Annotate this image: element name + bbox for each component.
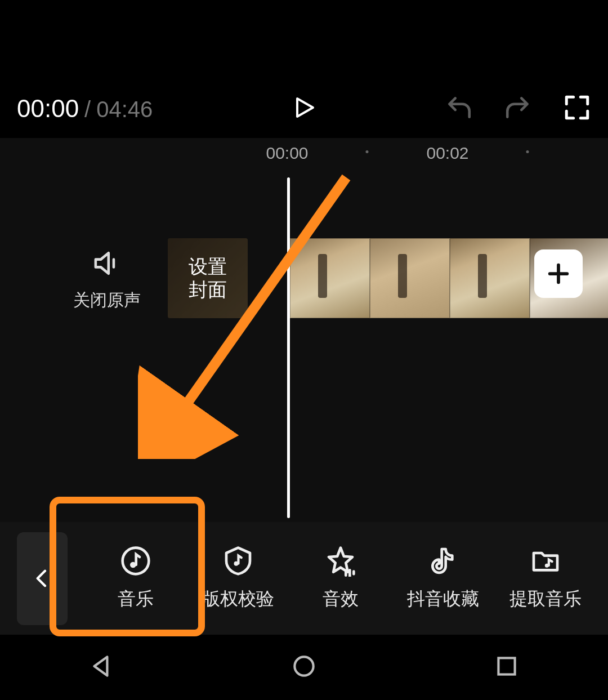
speaker-icon [92,248,123,279]
svg-rect-5 [498,658,515,674]
clip-frame [370,238,450,318]
folder-music-icon [530,545,561,577]
fullscreen-button[interactable] [563,93,591,124]
mute-original-sound-button[interactable]: 关闭原声 [73,248,141,312]
tool-sound-effects[interactable]: 音效 [303,545,379,612]
tool-label: 版权校验 [202,587,274,612]
svg-point-4 [294,657,313,675]
undo-icon [445,93,473,122]
time-display: 00:00 / 04:46 [17,95,153,123]
set-cover-button[interactable]: 设置 封面 [168,238,248,318]
play-icon [290,94,318,121]
timeline-ruler[interactable]: 00:00 00:02 [0,138,608,166]
tool-extract-music[interactable]: 提取音乐 [508,545,584,612]
play-button[interactable] [290,94,318,123]
clip-frame [290,238,370,318]
tool-music[interactable]: 音乐 [98,545,174,612]
ruler-dot [366,150,369,153]
ruler-tick-label: 00:00 [266,144,308,163]
circle-home-icon [290,652,318,680]
playhead[interactable] [287,177,290,518]
redo-icon [504,93,532,122]
fullscreen-icon [563,93,591,122]
plus-icon [546,261,571,287]
star-sound-icon [325,545,356,577]
system-home-button[interactable] [290,652,318,683]
clip-frame [450,238,530,318]
ruler-tick-label: 00:02 [426,144,468,163]
ruler-dot [526,150,529,153]
back-button[interactable] [17,532,68,625]
douyin-icon [427,545,459,577]
bottom-toolbar: 音乐 版权校验 音效 抖音收藏 提取音乐 [0,522,608,635]
system-back-button[interactable] [87,652,115,683]
music-note-icon [120,545,151,577]
player-control-bar: 00:00 / 04:46 [0,79,608,138]
undo-button[interactable] [445,93,473,124]
timeline-area[interactable]: 关闭原声 设置 封面 [0,166,608,522]
tool-label: 音乐 [118,587,154,612]
mute-original-label: 关闭原声 [73,289,141,312]
system-recents-button[interactable] [493,652,521,683]
system-navigation-bar [0,635,608,700]
shield-music-icon [222,545,254,577]
chevron-left-icon [31,567,53,590]
tool-douyin-favorites[interactable]: 抖音收藏 [405,545,481,612]
tool-label: 音效 [323,587,359,612]
tool-copyright-check[interactable]: 版权校验 [200,545,276,612]
triangle-back-icon [87,652,115,680]
video-preview-area [0,0,608,79]
add-clip-button[interactable] [534,249,583,298]
tool-label: 抖音收藏 [407,587,479,612]
redo-button[interactable] [504,93,532,124]
set-cover-label: 设置 封面 [189,255,227,301]
tool-label: 提取音乐 [509,587,582,612]
current-time: 00:00 [17,95,79,123]
total-time: 04:46 [96,97,153,122]
time-separator: / [84,97,91,122]
square-recents-icon [493,652,521,680]
